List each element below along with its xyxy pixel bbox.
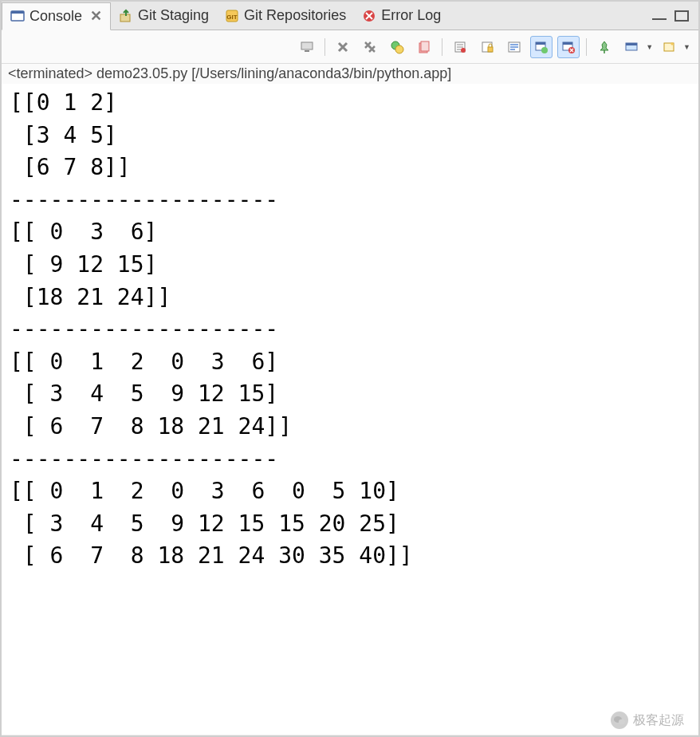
display-selected-console-button[interactable] — [620, 36, 643, 58]
minimize-view-button[interactable] — [652, 18, 667, 20]
svg-point-9 — [395, 45, 403, 53]
display-dropdown-arrow[interactable]: ▼ — [646, 43, 653, 51]
maximize-view-button[interactable] — [674, 10, 689, 22]
svg-text:GIT: GIT — [226, 14, 237, 21]
svg-rect-21 — [563, 42, 572, 45]
svg-rect-18 — [536, 42, 545, 45]
svg-point-19 — [541, 47, 548, 53]
wechat-icon — [611, 711, 628, 729]
word-wrap-button[interactable] — [503, 36, 525, 58]
tab-label: Git Staging — [138, 7, 209, 24]
tab-git-repositories[interactable]: GIT Git Repositories — [217, 2, 354, 30]
new-console-button[interactable] — [658, 36, 680, 58]
new-console-dropdown-arrow[interactable]: ▼ — [683, 43, 690, 51]
svg-point-27 — [619, 719, 625, 724]
svg-rect-15 — [488, 47, 493, 52]
computer-icon[interactable] — [296, 36, 318, 58]
tab-console[interactable]: Console ✕ — [2, 2, 111, 30]
show-stdout-button[interactable] — [530, 36, 553, 58]
clear-console-button[interactable] — [413, 36, 435, 58]
console-output-text: [[0 1 2] [3 4 5] [6 7 8]] --------------… — [10, 89, 413, 569]
view-window-controls — [652, 10, 698, 22]
remove-launch-button[interactable] — [332, 36, 354, 58]
console-status-line: <terminated> demo23.05.py [/Users/lining… — [2, 64, 698, 84]
pin-console-button[interactable] — [593, 36, 615, 58]
close-tab-icon[interactable]: ✕ — [90, 7, 102, 25]
svg-rect-11 — [421, 41, 429, 51]
terminate-button[interactable] — [386, 36, 408, 58]
svg-rect-6 — [301, 42, 313, 49]
tab-label: Git Repositories — [244, 7, 346, 24]
scroll-lock-button[interactable] — [449, 36, 471, 58]
svg-rect-1 — [11, 11, 24, 14]
status-text: <terminated> demo23.05.py [/Users/lining… — [8, 65, 451, 81]
error-log-icon — [362, 9, 376, 23]
show-stderr-button[interactable] — [557, 36, 580, 58]
git-staging-icon — [119, 9, 133, 23]
tab-label: Error Log — [381, 7, 441, 24]
watermark: 极客起源 — [611, 711, 684, 729]
tab-git-staging[interactable]: Git Staging — [111, 2, 217, 30]
tab-error-log[interactable]: Error Log — [354, 2, 449, 30]
svg-rect-7 — [305, 50, 309, 52]
svg-point-13 — [461, 48, 466, 53]
console-toolbar: ▼ ▼ — [2, 30, 698, 64]
remove-all-launches-button[interactable] — [359, 36, 381, 58]
lock-button[interactable] — [476, 36, 498, 58]
git-repo-icon: GIT — [225, 9, 239, 23]
svg-rect-24 — [626, 43, 637, 45]
tab-label: Console — [29, 8, 82, 25]
console-icon — [10, 9, 25, 23]
console-output-area[interactable]: [[0 1 2] [3 4 5] [6 7 8]] --------------… — [2, 84, 698, 735]
view-tab-bar: Console ✕ Git Staging GIT Git Repositori… — [2, 2, 698, 30]
watermark-text: 极客起源 — [633, 712, 684, 729]
